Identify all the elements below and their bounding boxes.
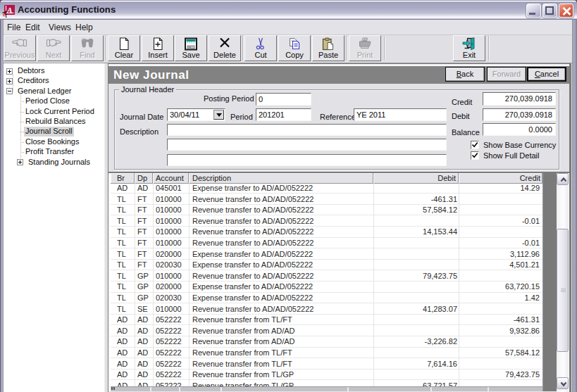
svg-text:A: A xyxy=(6,6,12,14)
